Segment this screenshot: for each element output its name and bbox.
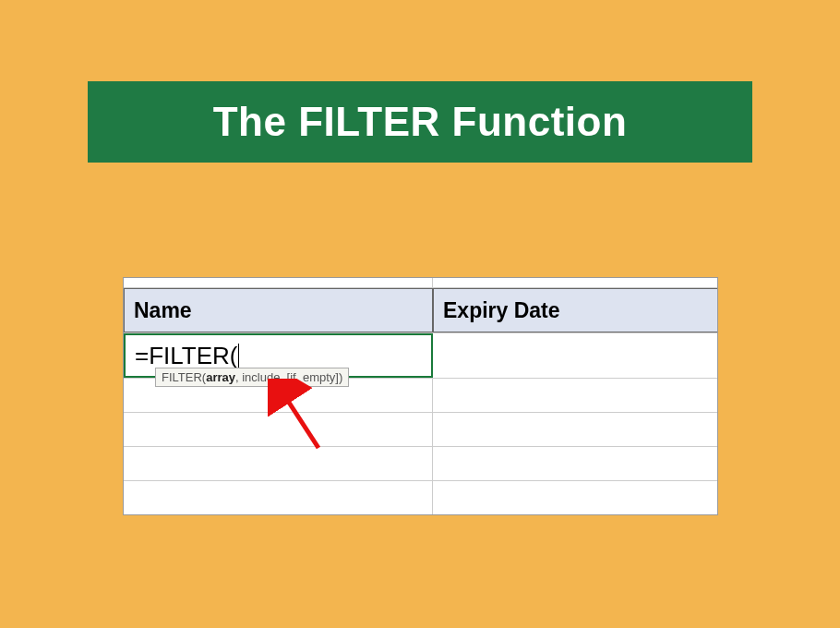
table-row xyxy=(124,447,717,481)
empty-cell[interactable] xyxy=(124,447,433,480)
empty-cell[interactable] xyxy=(124,278,433,287)
empty-cell[interactable] xyxy=(124,413,433,446)
table-row xyxy=(124,481,717,514)
empty-cell[interactable] xyxy=(433,379,717,412)
header-expiry[interactable]: Expiry Date xyxy=(433,288,717,332)
empty-cell[interactable] xyxy=(433,413,717,446)
page-title: The FILTER Function xyxy=(213,99,628,145)
title-banner: The FILTER Function xyxy=(88,81,752,163)
table-header-row: Name Expiry Date xyxy=(124,288,717,333)
empty-cell[interactable] xyxy=(433,447,717,480)
tooltip-suffix: , include, [if_empty]) xyxy=(235,370,342,384)
spreadsheet: Name Expiry Date =FILTER( xyxy=(123,277,718,515)
empty-cell[interactable] xyxy=(433,278,717,287)
formula-text: =FILTER( xyxy=(135,342,237,370)
table-row xyxy=(124,278,717,288)
table-row xyxy=(124,413,717,447)
formula-tooltip: FILTER(array, include, [if_empty]) xyxy=(155,368,349,387)
tooltip-active-arg: array xyxy=(206,370,235,384)
text-cursor xyxy=(238,344,239,368)
header-name[interactable]: Name xyxy=(124,288,433,332)
empty-cell[interactable] xyxy=(433,333,717,378)
empty-cell[interactable] xyxy=(124,481,433,514)
tooltip-prefix: FILTER( xyxy=(162,370,206,384)
empty-cell[interactable] xyxy=(433,481,717,514)
